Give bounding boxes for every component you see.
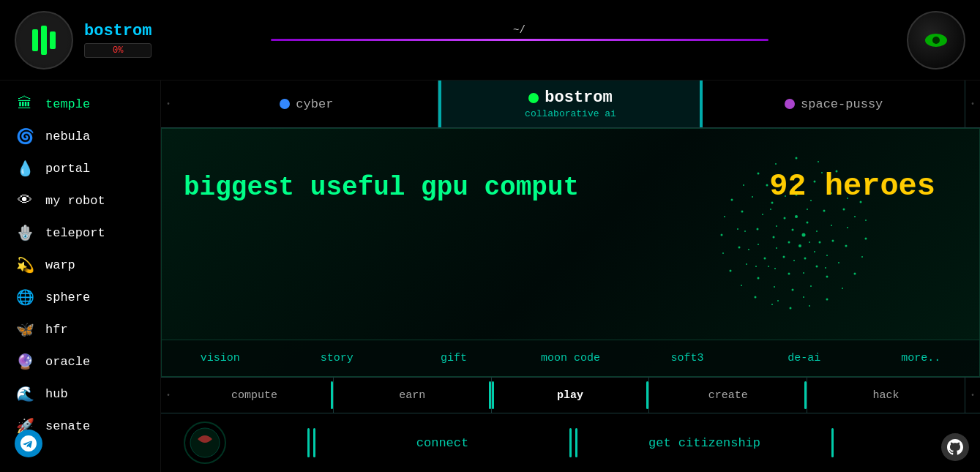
svg-point-27 bbox=[843, 209, 845, 211]
svg-point-56 bbox=[762, 214, 763, 215]
footer-left-svg bbox=[161, 417, 293, 468]
svg-point-0 bbox=[796, 157, 798, 160]
tab-bostrom-label: bostrom bbox=[545, 89, 612, 107]
tab-space-pussy-inner: space-pussy bbox=[785, 97, 883, 111]
svg-point-66 bbox=[783, 256, 785, 258]
svg-point-47 bbox=[832, 240, 834, 242]
footer-center-left: connect bbox=[315, 432, 569, 454]
tab-bostrom-inner: bostrom collaborative ai bbox=[525, 89, 616, 119]
svg-point-69 bbox=[776, 225, 777, 227]
tab-bostrom-row: bostrom bbox=[528, 89, 612, 107]
temple-icon: 🏛 bbox=[15, 94, 35, 114]
svg-point-11 bbox=[809, 305, 810, 307]
svg-point-88 bbox=[809, 241, 810, 243]
search-bar-container[interactable]: ~/ bbox=[271, 39, 768, 41]
svg-point-35 bbox=[758, 277, 760, 280]
svg-point-76 bbox=[854, 216, 856, 217]
bottom-tab-play[interactable]: play bbox=[492, 378, 650, 413]
bottom-tab-hack[interactable]: hack bbox=[807, 378, 965, 413]
content-nav-soft3[interactable]: soft3 bbox=[629, 346, 746, 370]
tab-bostrom[interactable]: bostrom collaborative ai bbox=[438, 80, 703, 127]
sidebar-item-portal[interactable]: 💧 portal bbox=[0, 152, 160, 184]
footer-citizenship-button[interactable]: get citizenship bbox=[634, 432, 775, 454]
svg-point-61 bbox=[816, 231, 818, 232]
svg-point-22 bbox=[758, 173, 760, 175]
svg-point-12 bbox=[790, 307, 792, 310]
svg-point-54 bbox=[758, 244, 759, 245]
svg-point-77 bbox=[744, 231, 746, 232]
github-button[interactable] bbox=[941, 433, 969, 461]
sidebar-item-temple[interactable]: 🏛 temple bbox=[0, 88, 160, 120]
sidebar-item-oracle[interactable]: 🔮 oracle bbox=[0, 345, 160, 378]
svg-point-78 bbox=[748, 249, 749, 250]
svg-point-17 bbox=[722, 252, 724, 254]
bottom-tab-create[interactable]: create bbox=[649, 378, 807, 413]
sidebar-item-hub[interactable]: 🌊 hub bbox=[0, 378, 160, 410]
svg-point-8 bbox=[854, 273, 856, 275]
my-robot-icon: 👁 bbox=[15, 190, 35, 211]
svg-point-45 bbox=[823, 210, 826, 212]
nebula-icon: 🌀 bbox=[15, 126, 35, 146]
sidebar-item-my-robot[interactable]: 👁 my robot bbox=[0, 184, 160, 217]
github-circle[interactable] bbox=[941, 433, 969, 461]
svg-point-62 bbox=[819, 241, 821, 244]
svg-point-36 bbox=[746, 263, 747, 265]
portal-icon: 💧 bbox=[15, 158, 35, 179]
svg-point-68 bbox=[773, 236, 775, 239]
sidebar-item-teleport[interactable]: 🪬 teleport bbox=[0, 217, 160, 249]
warp-icon: 💫 bbox=[15, 255, 35, 275]
tab-cyber-inner: cyber bbox=[280, 97, 333, 111]
sidebar-item-nebula[interactable]: 🌀 nebula bbox=[0, 120, 160, 152]
content-nav-moon-code[interactable]: moon code bbox=[512, 346, 629, 370]
content-nav-more[interactable]: more.. bbox=[862, 346, 979, 370]
sidebar-label-warp: warp bbox=[45, 258, 75, 272]
bottom-tab-compute[interactable]: compute bbox=[176, 378, 334, 413]
content-nav-vision[interactable]: vision bbox=[162, 346, 279, 370]
github-icon bbox=[947, 439, 963, 455]
svg-point-59 bbox=[795, 215, 798, 218]
tab-space-pussy[interactable]: space-pussy bbox=[703, 80, 965, 127]
content-nav-de-ai[interactable]: de-ai bbox=[746, 346, 863, 370]
avatar[interactable] bbox=[907, 11, 965, 70]
footer-connect-button[interactable]: connect bbox=[402, 432, 483, 454]
logo-bars bbox=[32, 26, 56, 55]
tab-bostrom-vline-left bbox=[440, 80, 441, 127]
telegram-button[interactable] bbox=[15, 430, 42, 457]
svg-point-49 bbox=[816, 266, 818, 268]
bottom-tab-create-label: create bbox=[708, 389, 748, 402]
svg-point-87 bbox=[788, 241, 790, 244]
svg-point-28 bbox=[847, 227, 848, 228]
sidebar-label-teleport: teleport bbox=[45, 226, 105, 240]
tab-space-pussy-row: space-pussy bbox=[785, 97, 883, 111]
sidebar-label-portal: portal bbox=[45, 162, 90, 176]
footer-row: connect get citizenship bbox=[161, 413, 980, 472]
sidebar-item-hfr[interactable]: 🦋 hfr bbox=[0, 313, 160, 345]
svg-point-14 bbox=[755, 296, 757, 299]
bottom-dot-right: • bbox=[965, 392, 980, 400]
tab-space-pussy-label: space-pussy bbox=[801, 97, 883, 111]
content-nav-gift[interactable]: gift bbox=[395, 346, 512, 370]
svg-point-53 bbox=[764, 258, 766, 260]
sidebar-label-hfr: hfr bbox=[45, 323, 68, 337]
tab-bostrom-subtitle: collaborative ai bbox=[525, 108, 616, 119]
sidebar-item-warp[interactable]: 💫 warp bbox=[0, 249, 160, 281]
sidebar-label-hub: hub bbox=[45, 387, 68, 401]
sidebar-label-nebula: nebula bbox=[45, 130, 90, 143]
svg-point-34 bbox=[774, 286, 775, 288]
search-bar[interactable] bbox=[271, 39, 768, 41]
header: bostrom 0% ~/ bbox=[0, 0, 980, 80]
svg-point-31 bbox=[826, 276, 828, 278]
logo-circle[interactable] bbox=[15, 11, 73, 70]
brand-name: bostrom bbox=[84, 22, 152, 40]
footer-divider-1 bbox=[307, 428, 310, 457]
svg-point-64 bbox=[804, 258, 807, 260]
bottom-tab-earn[interactable]: earn bbox=[334, 378, 492, 413]
svg-point-18 bbox=[721, 234, 723, 236]
tab-cyber[interactable]: cyber bbox=[176, 80, 438, 127]
tab-bostrom-dot bbox=[528, 93, 539, 103]
svg-point-55 bbox=[757, 228, 759, 231]
sidebar: 🏛 temple 🌀 nebula 💧 portal 👁 my robot 🪬 … bbox=[0, 80, 161, 472]
content-nav-story[interactable]: story bbox=[279, 346, 396, 370]
network-dot-left: • bbox=[161, 100, 176, 108]
sidebar-item-sphere[interactable]: 🌐 sphere bbox=[0, 281, 160, 313]
